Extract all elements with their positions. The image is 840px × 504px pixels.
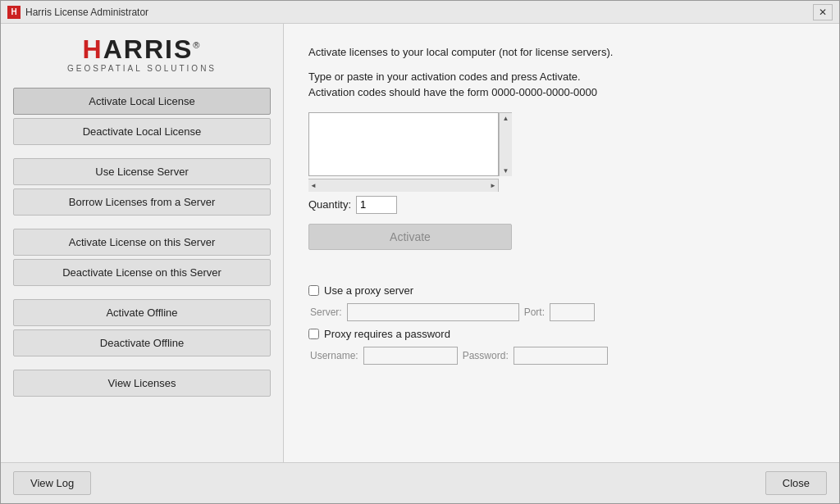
close-window-button[interactable]: ✕ [813, 4, 833, 20]
bottom-bar: View Log Close [1, 462, 839, 503]
password-label: Password: [463, 350, 509, 361]
deactivate-server-button[interactable]: Deactivate License on this Server [13, 259, 271, 286]
proxy-section: Use a proxy server Server: Port: Proxy r… [308, 284, 815, 365]
main-window: H Harris License Administrator ✕ HARRIS®… [0, 0, 840, 504]
username-label: Username: [310, 350, 358, 361]
borrow-licenses-button[interactable]: Borrow Licenses from a Server [13, 188, 271, 216]
use-proxy-row: Use a proxy server [308, 284, 815, 297]
view-log-button[interactable]: View Log [13, 471, 91, 495]
activation-code-input[interactable] [308, 112, 499, 176]
scrollbar-vertical: ▲ ▼ [499, 112, 512, 176]
server-port-row: Server: Port: [310, 303, 815, 321]
titlebar-left: H Harris License Administrator [7, 6, 148, 19]
scrollbar-horizontal: ◄ ► [308, 179, 499, 192]
view-licenses-button[interactable]: View Licenses [13, 370, 271, 397]
deactivate-local-button[interactable]: Deactivate Local License [13, 118, 271, 145]
server-input[interactable] [347, 303, 519, 321]
logo-subtitle: GEOSPATIAL SOLUTIONS [67, 64, 217, 73]
scroll-right-arrow: ► [490, 182, 496, 189]
use-proxy-label: Use a proxy server [324, 284, 413, 297]
activate-server-button[interactable]: Activate License on this Server [13, 229, 271, 256]
code-input-wrapper: ▲ ▼ ◄ ► [308, 112, 512, 189]
server-label: Server: [310, 306, 342, 318]
app-icon: H [7, 6, 21, 19]
activation-area: ▲ ▼ ◄ ► Quantity: Activate [308, 112, 815, 250]
port-label: Port: [524, 306, 545, 318]
description: Activate licenses to your local computer… [308, 44, 815, 101]
quantity-input[interactable] [356, 196, 397, 214]
activate-button[interactable]: Activate [308, 224, 512, 250]
requires-password-label: Proxy requires a password [324, 328, 450, 340]
window-title: Harris License Administrator [25, 7, 148, 18]
desc-line1: Activate licenses to your local computer… [308, 44, 815, 61]
content-area: HARRIS® GEOSPATIAL SOLUTIONS Activate Lo… [1, 24, 839, 462]
username-password-row: Username: Password: [310, 347, 815, 365]
logo-area: HARRIS® GEOSPATIAL SOLUTIONS [13, 36, 271, 73]
main-panel: Activate licenses to your local computer… [284, 24, 839, 462]
activate-local-button[interactable]: Activate Local License [13, 88, 271, 115]
scroll-left-arrow: ◄ [310, 182, 317, 189]
password-input[interactable] [514, 347, 608, 365]
sidebar: HARRIS® GEOSPATIAL SOLUTIONS Activate Lo… [1, 24, 284, 462]
requires-password-checkbox[interactable] [308, 329, 319, 339]
scroll-up-arrow: ▲ [503, 115, 509, 122]
titlebar: H Harris License Administrator ✕ [1, 1, 839, 24]
use-license-server-button[interactable]: Use License Server [13, 158, 271, 185]
deactivate-offline-button[interactable]: Deactivate Offline [13, 329, 271, 356]
close-button[interactable]: Close [765, 471, 827, 495]
requires-password-row: Proxy requires a password [308, 328, 815, 340]
quantity-row: Quantity: [308, 196, 815, 214]
activate-offline-button[interactable]: Activate Offline [13, 299, 271, 326]
logo: HARRIS® [83, 36, 202, 62]
scroll-down-arrow: ▼ [503, 167, 509, 175]
desc-line2: Type or paste in your activation codes a… [308, 69, 815, 101]
username-input[interactable] [363, 347, 458, 365]
use-proxy-checkbox[interactable] [308, 285, 319, 296]
quantity-label: Quantity: [308, 198, 351, 211]
port-input[interactable] [550, 303, 595, 321]
